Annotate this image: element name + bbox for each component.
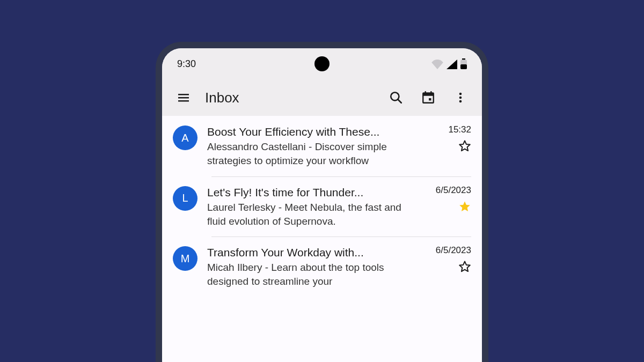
hamburger-icon — [177, 91, 190, 104]
calendar-button[interactable] — [418, 87, 439, 108]
wifi-icon — [431, 60, 443, 69]
message-preview: Laurel Terlesky - Meet Nebula, the fast … — [207, 201, 419, 228]
svg-rect-3 — [178, 94, 189, 95]
message-meta: 6/5/2023 — [428, 245, 471, 289]
svg-rect-12 — [429, 98, 431, 100]
message-date: 15:32 — [448, 124, 471, 135]
more-button[interactable] — [450, 87, 471, 108]
search-icon — [389, 91, 403, 105]
message-content: Boost Your Efficiency with These... Ales… — [207, 124, 419, 168]
status-icons — [431, 58, 467, 69]
signal-icon — [447, 60, 457, 69]
svg-rect-11 — [430, 91, 431, 94]
message-row[interactable]: M Transform Your Workday with... Micah I… — [162, 237, 482, 297]
star-button[interactable] — [458, 260, 471, 275]
menu-button[interactable] — [173, 87, 194, 108]
message-row[interactable]: A Boost Your Efficiency with These... Al… — [162, 116, 482, 176]
status-time: 9:30 — [177, 58, 196, 70]
svg-rect-9 — [423, 93, 434, 95]
star-outline-icon — [458, 139, 471, 152]
message-date: 6/5/2023 — [436, 185, 471, 196]
message-date: 6/5/2023 — [436, 245, 471, 256]
search-button[interactable] — [385, 87, 407, 108]
message-row[interactable]: L Let's Fly! It's time for Thunder... La… — [162, 176, 482, 237]
message-content: Let's Fly! It's time for Thunder... Laur… — [207, 185, 419, 228]
app-bar: Inbox — [162, 79, 482, 116]
page-title: Inbox — [205, 90, 375, 106]
message-meta: 6/5/2023 — [428, 185, 471, 228]
svg-point-15 — [459, 100, 462, 103]
star-button[interactable] — [458, 200, 471, 215]
svg-point-13 — [459, 93, 462, 95]
svg-point-14 — [459, 97, 462, 99]
message-subject: Transform Your Workday with... — [207, 245, 419, 260]
svg-line-7 — [398, 99, 401, 103]
camera-cutout — [314, 56, 330, 71]
avatar[interactable]: A — [173, 125, 197, 150]
svg-rect-0 — [462, 58, 465, 60]
message-meta: 15:32 — [428, 124, 471, 168]
avatar[interactable]: L — [173, 186, 197, 211]
star-filled-icon — [458, 200, 471, 213]
status-bar: 9:30 — [162, 48, 482, 79]
svg-rect-4 — [178, 97, 189, 99]
svg-rect-2 — [460, 64, 467, 69]
phone-screen: 9:30 — [162, 48, 482, 362]
avatar[interactable]: M — [173, 246, 197, 271]
message-list: A Boost Your Efficiency with These... Al… — [162, 116, 482, 297]
svg-rect-5 — [178, 100, 189, 102]
message-subject: Let's Fly! It's time for Thunder... — [207, 185, 419, 200]
battery-icon — [460, 58, 467, 69]
more-vert-icon — [454, 91, 467, 104]
star-outline-icon — [458, 260, 471, 273]
message-subject: Boost Your Efficiency with These... — [207, 124, 419, 139]
calendar-icon — [421, 91, 435, 105]
message-content: Transform Your Workday with... Micah Ilb… — [207, 245, 419, 289]
phone-frame: 9:30 — [156, 42, 488, 362]
star-button[interactable] — [458, 139, 471, 154]
message-preview: Alessandro Castellani - Discover simple … — [207, 140, 419, 167]
svg-rect-10 — [425, 91, 426, 94]
message-preview: Micah Ilbery - Learn about the top tools… — [207, 261, 419, 288]
